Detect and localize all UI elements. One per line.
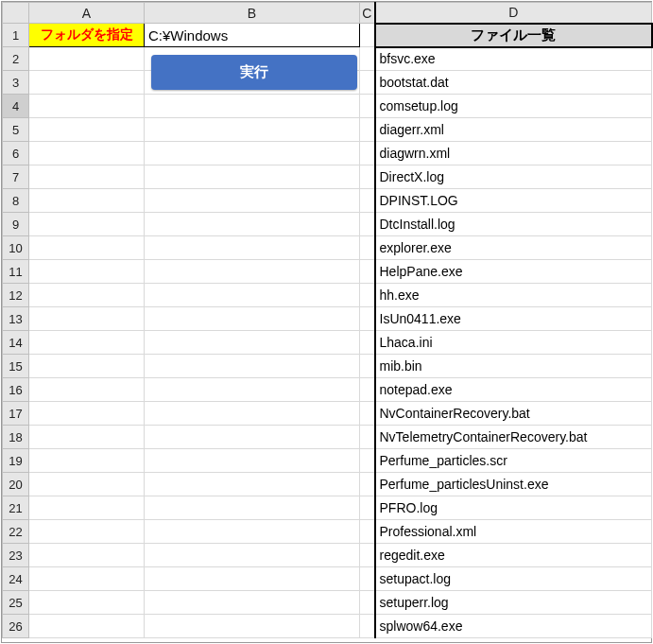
cell-D17[interactable]: NvContainerRecovery.bat	[375, 402, 652, 426]
row-header-22[interactable]: 22	[3, 520, 29, 544]
cell-C15[interactable]	[360, 355, 375, 378]
cell-B12[interactable]	[145, 284, 360, 307]
cell-D12[interactable]: hh.exe	[375, 284, 652, 307]
cell-A18[interactable]	[29, 426, 145, 449]
cell-B26[interactable]	[145, 615, 360, 638]
row-header-14[interactable]: 14	[3, 331, 29, 355]
cell-C6[interactable]	[360, 142, 375, 165]
cell-D11[interactable]: HelpPane.exe	[375, 260, 652, 284]
cell-A9[interactable]	[29, 213, 145, 236]
row-header-9[interactable]: 9	[3, 213, 29, 236]
row-header-8[interactable]: 8	[3, 189, 29, 213]
cell-C3[interactable]	[360, 71, 375, 95]
cell-B23[interactable]	[145, 544, 360, 567]
cell-A15[interactable]	[29, 355, 145, 378]
cell-A20[interactable]	[29, 473, 145, 496]
cell-C18[interactable]	[360, 426, 375, 449]
cell-C23[interactable]	[360, 544, 375, 567]
cell-D2[interactable]: bfsvc.exe	[375, 47, 652, 71]
cell-D23[interactable]: regedit.exe	[375, 544, 652, 567]
cell-B21[interactable]	[145, 496, 360, 520]
cell-D8[interactable]: DPINST.LOG	[375, 189, 652, 213]
cell-C5[interactable]	[360, 118, 375, 142]
cell-C25[interactable]	[360, 591, 375, 615]
cell-A14[interactable]	[29, 331, 145, 355]
cell-A23[interactable]	[29, 544, 145, 567]
cell-B19[interactable]	[145, 449, 360, 473]
cell-C20[interactable]	[360, 473, 375, 496]
row-header-20[interactable]: 20	[3, 473, 29, 496]
cell-C7[interactable]	[360, 165, 375, 189]
cell-A1[interactable]: フォルダを指定	[29, 24, 145, 47]
cell-D18[interactable]: NvTelemetryContainerRecovery.bat	[375, 426, 652, 449]
row-header-4[interactable]: 4	[3, 95, 29, 118]
cell-A12[interactable]	[29, 284, 145, 307]
cell-A24[interactable]	[29, 567, 145, 591]
cell-C12[interactable]	[360, 284, 375, 307]
cell-C19[interactable]	[360, 449, 375, 473]
cell-C16[interactable]	[360, 378, 375, 402]
row-header-23[interactable]: 23	[3, 544, 29, 567]
cell-D22[interactable]: Professional.xml	[375, 520, 652, 544]
cell-A6[interactable]	[29, 142, 145, 165]
row-header-25[interactable]: 25	[3, 591, 29, 615]
col-header-B[interactable]: B	[145, 3, 360, 24]
cell-D4[interactable]: comsetup.log	[375, 95, 652, 118]
cell-A5[interactable]	[29, 118, 145, 142]
cell-A21[interactable]	[29, 496, 145, 520]
cell-C14[interactable]	[360, 331, 375, 355]
cell-C1[interactable]	[360, 24, 375, 47]
cell-B11[interactable]	[145, 260, 360, 284]
row-header-17[interactable]: 17	[3, 402, 29, 426]
row-header-16[interactable]: 16	[3, 378, 29, 402]
cell-A10[interactable]	[29, 236, 145, 260]
cell-C8[interactable]	[360, 189, 375, 213]
row-header-19[interactable]: 19	[3, 449, 29, 473]
cell-A22[interactable]	[29, 520, 145, 544]
row-header-1[interactable]: 1	[3, 24, 29, 47]
row-header-24[interactable]: 24	[3, 567, 29, 591]
cell-D13[interactable]: IsUn0411.exe	[375, 307, 652, 331]
row-header-18[interactable]: 18	[3, 426, 29, 449]
cell-C4[interactable]	[360, 95, 375, 118]
row-header-11[interactable]: 11	[3, 260, 29, 284]
cell-D24[interactable]: setupact.log	[375, 567, 652, 591]
grid[interactable]: A B C D 1フォルダを指定C:¥Windowsファイル一覧2bfsvc.e…	[2, 2, 653, 638]
cell-D16[interactable]: notepad.exe	[375, 378, 652, 402]
cell-D21[interactable]: PFRO.log	[375, 496, 652, 520]
cell-B13[interactable]	[145, 307, 360, 331]
cell-A7[interactable]	[29, 165, 145, 189]
cell-A4[interactable]	[29, 95, 145, 118]
cell-C26[interactable]	[360, 615, 375, 638]
cell-D15[interactable]: mib.bin	[375, 355, 652, 378]
cell-D6[interactable]: diagwrn.xml	[375, 142, 652, 165]
cell-B4[interactable]	[145, 95, 360, 118]
col-header-D[interactable]: D	[375, 3, 652, 24]
cell-A13[interactable]	[29, 307, 145, 331]
row-header-2[interactable]: 2	[3, 47, 29, 71]
row-header-13[interactable]: 13	[3, 307, 29, 331]
cell-B8[interactable]	[145, 189, 360, 213]
cell-A3[interactable]	[29, 71, 145, 95]
row-header-6[interactable]: 6	[3, 142, 29, 165]
exec-button[interactable]: 実行	[151, 55, 357, 90]
row-header-7[interactable]: 7	[3, 165, 29, 189]
cell-C24[interactable]	[360, 567, 375, 591]
cell-B10[interactable]	[145, 236, 360, 260]
cell-A11[interactable]	[29, 260, 145, 284]
row-header-26[interactable]: 26	[3, 615, 29, 638]
cell-C11[interactable]	[360, 260, 375, 284]
cell-D26[interactable]: splwow64.exe	[375, 615, 652, 638]
cell-C2[interactable]	[360, 47, 375, 71]
cell-C10[interactable]	[360, 236, 375, 260]
cell-A8[interactable]	[29, 189, 145, 213]
cell-C17[interactable]	[360, 402, 375, 426]
cell-D20[interactable]: Perfume_particlesUninst.exe	[375, 473, 652, 496]
cell-B16[interactable]	[145, 378, 360, 402]
cell-D3[interactable]: bootstat.dat	[375, 71, 652, 95]
cell-A25[interactable]	[29, 591, 145, 615]
cell-D19[interactable]: Perfume_particles.scr	[375, 449, 652, 473]
cell-D7[interactable]: DirectX.log	[375, 165, 652, 189]
cell-A19[interactable]	[29, 449, 145, 473]
cell-B25[interactable]	[145, 591, 360, 615]
